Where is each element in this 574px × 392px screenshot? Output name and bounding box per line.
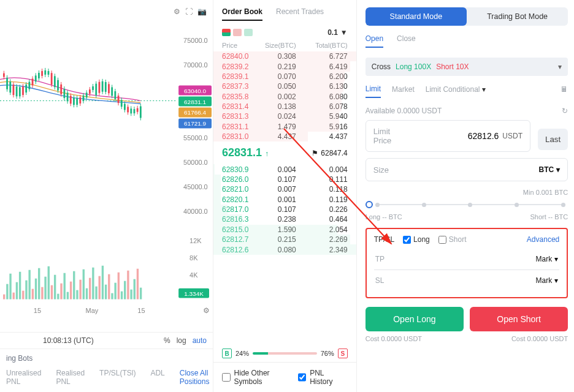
chart-time: 10:08:13 (UTC) xyxy=(6,336,94,345)
svg-rect-149 xyxy=(134,279,136,300)
svg-rect-111 xyxy=(13,293,15,300)
svg-rect-142 xyxy=(111,293,113,300)
svg-rect-138 xyxy=(99,276,101,300)
svg-rect-114 xyxy=(22,291,24,300)
svg-rect-120 xyxy=(41,287,43,300)
open-long-button[interactable]: Open Long xyxy=(365,307,464,331)
ob-row[interactable]: 62821.00.0070.118 xyxy=(213,184,356,194)
svg-rect-146 xyxy=(124,281,126,300)
log-toggle[interactable]: log xyxy=(177,336,186,345)
svg-rect-92 xyxy=(121,100,123,107)
svg-rect-58 xyxy=(67,92,69,101)
svg-rect-88 xyxy=(114,91,116,99)
svg-rect-76 xyxy=(95,84,97,96)
svg-rect-104 xyxy=(140,107,142,118)
tpsl-title: TP/SL xyxy=(374,235,394,244)
bots-tab[interactable]: Realised PNL xyxy=(56,369,85,386)
ob-hdr-price: Price xyxy=(222,42,265,49)
last-button[interactable]: Last xyxy=(538,129,568,150)
trading-bot-mode-tab[interactable]: Trading Bot Mode xyxy=(467,7,568,26)
price-chart[interactable]: 75000.070000.065000.060000.055000.050000… xyxy=(0,0,213,318)
ob-row[interactable]: 62839.10.0706.200 xyxy=(213,72,356,81)
mark-price[interactable]: ⚑ 62847.4 xyxy=(312,149,347,157)
svg-rect-151 xyxy=(140,288,142,300)
ob-row[interactable]: 62837.30.0506.130 xyxy=(213,81,356,91)
svg-rect-115 xyxy=(25,281,27,300)
svg-text:15: 15 xyxy=(34,307,41,314)
advanced-link[interactable]: Advanced xyxy=(527,235,559,244)
order-type-market[interactable]: Market xyxy=(392,85,415,97)
ob-row[interactable]: 62831.11.4795.916 xyxy=(213,122,356,132)
tpsl-long-check[interactable]: Long xyxy=(403,235,430,244)
svg-rect-145 xyxy=(121,292,123,300)
size-slider[interactable] xyxy=(365,201,568,208)
ob-row[interactable]: 62839.20.2196.419 xyxy=(213,61,356,71)
ob-view-asks-icon[interactable] xyxy=(233,29,242,36)
tp-label: TP xyxy=(375,255,394,263)
bots-tab[interactable]: Unrealised PNL xyxy=(6,369,41,386)
transfer-icon[interactable]: ↻ xyxy=(562,107,568,115)
limit-price-input[interactable] xyxy=(391,131,502,141)
svg-rect-147 xyxy=(127,271,129,300)
ob-row[interactable]: 62817.00.1070.226 xyxy=(213,205,356,214)
long-alloc-label: Long -- BTC xyxy=(365,213,402,221)
bots-tab[interactable]: TP/SL(TSl) xyxy=(99,369,136,386)
bots-title: ing Bots xyxy=(0,349,213,365)
size-unit-select[interactable]: BTC ▾ xyxy=(539,165,561,174)
open-short-button[interactable]: Open Short xyxy=(470,307,568,331)
svg-text:45000.0: 45000.0 xyxy=(183,183,208,190)
ob-row[interactable]: 62816.30.2380.464 xyxy=(213,214,356,224)
size-label: Size xyxy=(373,165,389,175)
svg-rect-141 xyxy=(108,274,110,300)
tab-close[interactable]: Close xyxy=(397,34,416,48)
ob-row[interactable]: 62831.40.1386.078 xyxy=(213,102,356,111)
ob-row[interactable]: 62812.70.2152.269 xyxy=(213,235,356,244)
svg-rect-84 xyxy=(108,84,110,93)
ob-step-select[interactable]: 0.1 ▼ xyxy=(327,28,348,37)
svg-rect-137 xyxy=(95,287,97,300)
leverage-selector[interactable]: Cross Long 100X Short 10X ▾ xyxy=(365,58,568,76)
svg-text:15: 15 xyxy=(137,307,145,314)
ob-row[interactable]: 62830.90.0040.004 xyxy=(213,164,356,174)
ratio-bar xyxy=(253,352,317,355)
tab-recent-trades[interactable]: Recent Trades xyxy=(276,7,324,21)
ob-row[interactable]: 62840.00.3086.727 xyxy=(213,51,356,61)
sl-trigger-select[interactable]: Mark ▾ xyxy=(536,276,559,285)
hide-symbols-toggle[interactable]: Hide Other Symbols xyxy=(222,369,298,386)
size-input[interactable] xyxy=(389,165,539,175)
order-type-limit-conditional[interactable]: Limit Conditional ▾ xyxy=(426,85,486,97)
ob-row[interactable]: 62835.80.0026.080 xyxy=(213,92,356,102)
tpsl-short-check[interactable]: Short xyxy=(438,235,467,244)
svg-rect-32 xyxy=(25,85,27,92)
tab-order-book[interactable]: Order Book xyxy=(222,7,262,21)
ob-row[interactable]: 62831.30.0245.940 xyxy=(213,111,356,121)
ob-row[interactable]: 62815.01.5902.054 xyxy=(213,225,356,235)
bots-tab[interactable]: Close All Positions xyxy=(180,369,210,386)
standard-mode-tab[interactable]: Standard Mode xyxy=(365,7,467,26)
svg-rect-132 xyxy=(79,280,81,300)
svg-rect-36 xyxy=(32,78,34,85)
auto-toggle[interactable]: auto xyxy=(193,336,207,345)
svg-rect-38 xyxy=(35,75,37,81)
ob-row[interactable]: 62831.04.4374.437 xyxy=(213,132,356,141)
ob-hdr-total: Total(BTC) xyxy=(296,42,348,49)
ob-view-bids-icon[interactable] xyxy=(244,29,253,36)
order-type-limit[interactable]: Limit xyxy=(365,85,381,98)
pct-toggle[interactable]: % xyxy=(164,336,170,345)
ratio-badge-b: B xyxy=(222,349,232,358)
tab-open[interactable]: Open xyxy=(365,34,383,48)
svg-rect-26 xyxy=(16,86,18,96)
cost-short: Cost 0.0000 USDT xyxy=(511,335,568,342)
bots-tab[interactable]: ADL xyxy=(150,369,164,386)
ob-row[interactable]: 62826.00.1070.111 xyxy=(213,175,356,184)
svg-rect-34 xyxy=(28,82,30,89)
pnl-history-toggle[interactable]: PNL History xyxy=(298,369,348,386)
svg-rect-119 xyxy=(38,268,40,300)
ob-row[interactable]: 62812.60.0802.349 xyxy=(213,244,356,254)
calculator-icon[interactable]: 🖩 xyxy=(561,85,568,97)
svg-text:4K: 4K xyxy=(189,271,198,279)
tp-trigger-select[interactable]: Mark ▾ xyxy=(536,255,559,263)
ob-row[interactable]: 62820.10.0010.119 xyxy=(213,195,356,205)
ob-view-both-icon[interactable] xyxy=(222,29,231,36)
sl-label: SL xyxy=(375,276,394,285)
